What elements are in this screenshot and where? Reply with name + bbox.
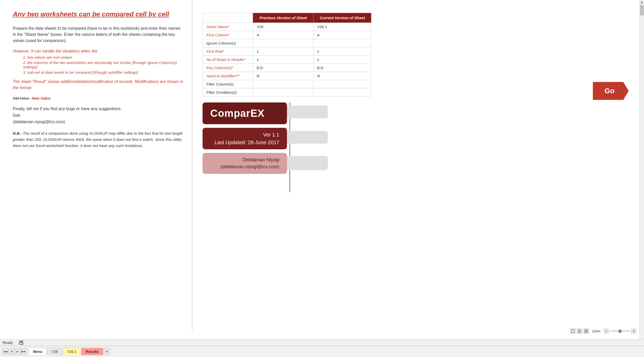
old-new-row: Old Value New Value (13, 96, 184, 100)
svg-rect-3 (571, 330, 574, 333)
val2-4: 1 (313, 56, 371, 64)
brand-author: Debdarsan Niyogi (210, 156, 279, 163)
zoom-slider[interactable] (610, 331, 630, 332)
val1-4: 1 (253, 56, 313, 64)
sheet-tabs-bar: ◀◀ ◀ ▶ ▶▶ Menu V26 V26.1 Results (0, 346, 644, 357)
zoom-level: 100% (592, 329, 601, 333)
bullet-2: 2. the columns of the two worksheets are… (23, 60, 184, 69)
sheet-tab-v26[interactable]: V26 (47, 348, 62, 355)
val1-7 (253, 80, 313, 88)
row-label-4: No of Rows in Header* (203, 56, 253, 64)
table-row: No of Rows in Header* 1 1 (203, 56, 371, 64)
sheet-tab-v261[interactable]: V26.1 (63, 348, 81, 355)
save-icon[interactable] (18, 340, 24, 345)
val1-3: 1 (253, 47, 313, 56)
svg-rect-2 (20, 343, 23, 344)
contact-name: Deb (13, 112, 184, 119)
svg-rect-8 (585, 331, 586, 333)
table-row: Key Column(s)* B,D B,D (203, 64, 371, 72)
table-row: First Column* A A (203, 31, 371, 39)
title-link[interactable]: Any two worksheets can be compared cell … (13, 10, 184, 18)
left-panel: Any two worksheets can be compared cell … (0, 0, 192, 330)
header-curr: Current Version of Sheet (313, 13, 371, 23)
nb-label: N.B.: (13, 131, 22, 135)
table-row: Need to Autofilter?* N N (203, 72, 371, 80)
result-text: The sheet "Result" shows addition/deleti… (13, 79, 184, 91)
brand-version: Ver 1.1 (210, 131, 279, 139)
page-layout-btn[interactable] (577, 328, 582, 334)
row-label-3: First Row* (203, 47, 253, 56)
row-label-7: Filter Column(s) (203, 80, 253, 88)
table-row: Filter Condition(s) (203, 88, 371, 97)
intro-text-1: Prepare the data sheets to be compared (… (13, 25, 184, 44)
row-label-8: Filter Condition(s) (203, 88, 253, 97)
row-label-0: Sheet Name* (203, 23, 253, 31)
bullet-3: 3. sub-set of data needs to be compared … (23, 70, 184, 75)
val2-8 (313, 88, 371, 97)
normal-view-btn[interactable] (570, 328, 576, 334)
val2-7 (313, 80, 371, 88)
brand-section: ComparEX Ver 1.1 Last Updated: 28-June-2… (203, 102, 325, 174)
go-button-container: Go (593, 82, 629, 100)
brand-email: (debdarsan.niyogi@tcs.com) (210, 163, 279, 170)
svg-rect-1 (20, 341, 22, 342)
svg-rect-9 (586, 331, 588, 333)
brand-main-box: ComparEX (203, 102, 287, 124)
add-sheet-btn[interactable] (104, 348, 110, 355)
val2-6: N (313, 72, 371, 80)
brand-last-updated: Last Updated: 28-June-2017 (210, 139, 279, 146)
comparison-table: Previous Version of Sheet Current Versio… (203, 13, 371, 97)
empty-header (203, 13, 253, 23)
zoom-minus-btn[interactable]: − (604, 329, 609, 334)
svg-rect-7 (586, 330, 588, 331)
table-row: First Row* 1 1 (203, 47, 371, 56)
svg-rect-4 (578, 330, 579, 333)
sheet-tab-results[interactable]: Results (81, 348, 103, 355)
val1-1: A (253, 31, 313, 39)
val2-3: 1 (313, 47, 371, 56)
tab-nav-buttons: ◀◀ ◀ ▶ ▶▶ (3, 349, 27, 354)
status-bar: Ready 100% − (0, 339, 644, 346)
page-break-btn[interactable] (583, 328, 589, 334)
zoom-plus-btn[interactable]: + (631, 329, 636, 334)
val2-1: A (313, 31, 371, 39)
bullet-list: 1. key values are non-unique 2. the colu… (13, 55, 184, 75)
new-value-label: New Value (31, 96, 50, 100)
table-wrapper: Previous Version of Sheet Current Versio… (203, 13, 634, 117)
right-panel: Previous Version of Sheet Current Versio… (192, 0, 644, 330)
val1-0: V26 (253, 23, 313, 31)
svg-rect-6 (585, 330, 586, 331)
tab-nav-next[interactable]: ▶ (15, 349, 20, 354)
brand-version-container: Ver 1.1 Last Updated: 28-June-2017 (203, 128, 325, 149)
row-label-1: First Column* (203, 31, 253, 39)
val1-2 (253, 39, 313, 47)
table-row: Sheet Name* V26 V26.1 (203, 23, 371, 31)
row-label-2: Ignore Column(s) (203, 39, 253, 47)
val1-5: B,D (253, 64, 313, 72)
contact-section: Finally, tell me if you find any bugs or… (13, 106, 184, 125)
table-row: Filter Column(s) (203, 80, 371, 88)
val1-6: N (253, 72, 313, 80)
bullet-1: 1. key values are non-unique (23, 55, 184, 59)
tab-nav-prev[interactable]: ◀ (9, 349, 14, 354)
tab-nav-first[interactable]: ◀◀ (3, 349, 8, 354)
old-value-label: Old Value (13, 96, 29, 100)
val1-8 (253, 88, 313, 97)
bottom-toolbar: 100% − + (570, 328, 636, 334)
go-button[interactable]: Go (593, 82, 629, 100)
row-label-6: Need to Autofilter?* (203, 72, 253, 80)
brand-version-box: Ver 1.1 Last Updated: 28-June-2017 (203, 128, 287, 149)
brand-author-box: Debdarsan Niyogi (debdarsan.niyogi@tcs.c… (203, 153, 287, 174)
svg-rect-5 (580, 330, 581, 333)
table-row: Ignore Column(s) (203, 39, 371, 47)
val2-5: B,D (313, 64, 371, 72)
however-text: However, It can handle the situations wh… (13, 49, 184, 54)
nb-text: The result of a comparison done using VL… (13, 131, 183, 148)
brand-comparex-outer: ComparEX (203, 102, 325, 124)
sheet-tab-menu[interactable]: Menu (29, 348, 47, 355)
tab-nav-last[interactable]: ▶▶ (21, 349, 27, 354)
header-prev: Previous Version of Sheet (253, 13, 313, 23)
nb-section: N.B.: The result of a comparison done us… (13, 130, 184, 149)
val2-2 (313, 39, 371, 47)
status-ready: Ready (3, 341, 13, 345)
